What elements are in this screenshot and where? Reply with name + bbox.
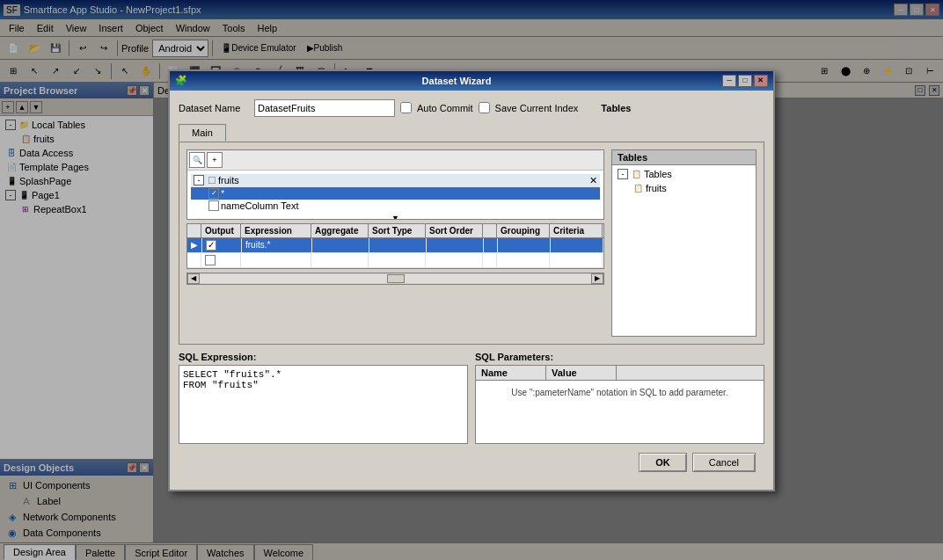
tp-table-name-fruits: fruits xyxy=(218,175,239,185)
tp-table-fruits: - ☐ fruits ✕ ✓ * xyxy=(189,172,602,220)
sql-params-grid: Name Value Use ":pameterName" notation i… xyxy=(475,365,764,444)
qg-td-1-check2 xyxy=(484,238,498,252)
dialog-max-btn[interactable]: □ xyxy=(738,75,752,87)
query-grid-header: Output Expression Aggregate Sort Type So… xyxy=(187,224,603,238)
qg-td-2-grouping xyxy=(497,253,550,267)
h-scroll-left[interactable]: ◀ xyxy=(187,273,200,284)
sql-section: SQL Expression: SELECT "fruits".* FROM "… xyxy=(179,352,764,446)
qg-th-check xyxy=(483,224,497,237)
sql-expression-textarea[interactable]: SELECT "fruits".* FROM "fruits" xyxy=(179,365,468,444)
tp-icon-fruits: ☐ xyxy=(208,175,216,186)
qg-row-1[interactable]: ▶ ✓ fruits.* xyxy=(187,238,603,253)
tp-table-close-fruits[interactable]: ✕ xyxy=(589,175,597,186)
tree-label-tables-fruits: fruits xyxy=(646,183,667,193)
table-picker: 🔍 + - ☐ fruits ✕ xyxy=(186,149,604,220)
qg-td-1-rownum: ▶ xyxy=(187,238,202,252)
tp-content: - ☐ fruits ✕ ✓ * xyxy=(187,171,603,220)
qg-th-sort-type: Sort Type xyxy=(369,224,426,237)
tree-item-tables-root[interactable]: - 📋 Tables xyxy=(614,167,754,181)
qg-td-1-aggregate xyxy=(312,238,369,252)
qg-td-2-sort-type xyxy=(369,253,426,267)
tp-check-namecolumn xyxy=(208,200,219,211)
qg-td-2-rownum xyxy=(187,253,201,267)
dialog-min-btn[interactable]: ─ xyxy=(722,75,736,87)
h-scroll-track xyxy=(200,274,591,283)
sql-params-label: SQL Parameters: xyxy=(475,352,764,362)
auto-commit-label: Auto Commit xyxy=(417,103,473,113)
qg-th-output: Output xyxy=(201,224,241,237)
tp-col-namecolumn[interactable]: nameColumn Text xyxy=(191,200,600,212)
tp-scroll-down: ▼ xyxy=(191,214,600,220)
tp-search-btn[interactable]: 🔍 xyxy=(189,152,205,168)
tables-header: Tables xyxy=(611,149,757,165)
dialog-body: Dataset Name DatasetFruits Auto Commit S… xyxy=(170,91,773,488)
qg-th-grouping: Grouping xyxy=(497,224,550,237)
tp-check-star: ✓ xyxy=(208,188,219,199)
dialog-title-text: Dataset Wizard xyxy=(422,76,492,86)
qg-td-2-criteria xyxy=(550,253,603,267)
dialog-buttons: OK Cancel xyxy=(179,446,764,479)
qg-td-1-sort-type xyxy=(369,238,427,252)
qg-th-aggregate: Aggregate xyxy=(311,224,369,237)
sql-params-panel: SQL Parameters: Name Value Use ":pameter… xyxy=(475,352,764,446)
qg-td-1-criteria xyxy=(551,238,603,252)
qg-td-1-sort-order xyxy=(427,238,484,252)
qg-td-1-expression: fruits.* xyxy=(242,238,312,252)
qg-td-2-aggregate xyxy=(311,253,369,267)
auto-commit-checkbox[interactable] xyxy=(400,102,412,113)
query-grid: Output Expression Aggregate Sort Type So… xyxy=(186,223,604,269)
h-scroll-right[interactable]: ▶ xyxy=(591,273,603,284)
h-scrollbar[interactable]: ◀ ▶ xyxy=(186,273,604,285)
icon-tables-root: 📋 xyxy=(630,168,642,180)
dialog-title-bar: 🧩 Dataset Wizard ─ □ ✕ xyxy=(170,71,773,91)
qg-row-2[interactable] xyxy=(187,253,603,268)
sql-expression-section: SQL Expression: SELECT "fruits".* FROM "… xyxy=(179,352,468,446)
qg-td-2-check2 xyxy=(483,253,497,267)
dataset-wizard-dialog: 🧩 Dataset Wizard ─ □ ✕ Dataset Name Data… xyxy=(168,69,775,491)
tree-item-tables-fruits[interactable]: 📋 fruits xyxy=(614,181,754,195)
save-current-index-checkbox[interactable] xyxy=(479,102,490,113)
dataset-name-row: Dataset Name DatasetFruits Auto Commit S… xyxy=(179,99,764,117)
tables-panel: Tables - 📋 Tables 📋 fruits xyxy=(611,149,757,337)
tree-label-tables-root: Tables xyxy=(644,169,672,179)
tab-content-main: 🔍 + - ☐ fruits ✕ xyxy=(179,142,764,345)
save-current-index-label: Save Current Index xyxy=(495,103,579,113)
qg-th-criteria: Criteria xyxy=(550,224,603,237)
dataset-name-input[interactable]: DatasetFruits xyxy=(254,99,395,117)
dialog-title-controls: ─ □ ✕ xyxy=(722,75,768,87)
dataset-name-label: Dataset Name xyxy=(179,103,249,113)
spg-hint: Use ":pameterName" notation in SQL to ad… xyxy=(476,381,764,404)
sql-panels: SQL Expression: SELECT "fruits".* FROM "… xyxy=(179,352,764,446)
spg-th-name: Name xyxy=(476,366,546,380)
dialog-tab-main[interactable]: Main xyxy=(179,124,226,142)
tp-toolbar: 🔍 + xyxy=(187,150,603,171)
tp-col-name-star: * xyxy=(221,188,224,199)
expander-tables-root[interactable]: - xyxy=(618,169,628,179)
dialog-close-btn[interactable]: ✕ xyxy=(754,75,768,87)
cancel-button[interactable]: Cancel xyxy=(692,453,756,472)
qg-td-1-grouping xyxy=(498,238,551,252)
spg-header: Name Value xyxy=(476,366,764,381)
qg-td-2-output[interactable] xyxy=(201,253,241,267)
tp-col-name-namecolumn: nameColumn Text xyxy=(221,200,298,211)
tp-add-btn[interactable]: + xyxy=(207,152,223,168)
tables-section-label: Tables xyxy=(601,103,631,113)
tp-col-star[interactable]: ✓ * xyxy=(191,187,600,200)
qg-td-1-output[interactable]: ✓ xyxy=(202,238,242,252)
dialog-tabs: Main xyxy=(179,124,764,142)
qg-th-expression: Expression xyxy=(241,224,311,237)
sql-builder: 🔍 + - ☐ fruits ✕ xyxy=(186,149,604,337)
tp-expander-fruits[interactable]: - xyxy=(194,175,204,185)
qg-td-2-sort-order xyxy=(426,253,483,267)
modal-overlay: 🧩 Dataset Wizard ─ □ ✕ Dataset Name Data… xyxy=(0,0,943,560)
icon-tables-fruits: 📋 xyxy=(632,182,644,194)
tp-table-header-fruits[interactable]: - ☐ fruits ✕ xyxy=(191,174,600,187)
dialog-title-icon: 🧩 xyxy=(175,75,187,86)
sql-expression-label: SQL Expression: xyxy=(179,352,468,362)
ok-button[interactable]: OK xyxy=(639,453,687,472)
qg-td-2-expression xyxy=(241,253,311,267)
spg-th-value: Value xyxy=(546,366,617,380)
h-scroll-thumb[interactable] xyxy=(387,274,405,283)
tp-down-arrow[interactable]: ▼ xyxy=(391,214,399,220)
tables-tree: - 📋 Tables 📋 fruits xyxy=(611,165,757,337)
